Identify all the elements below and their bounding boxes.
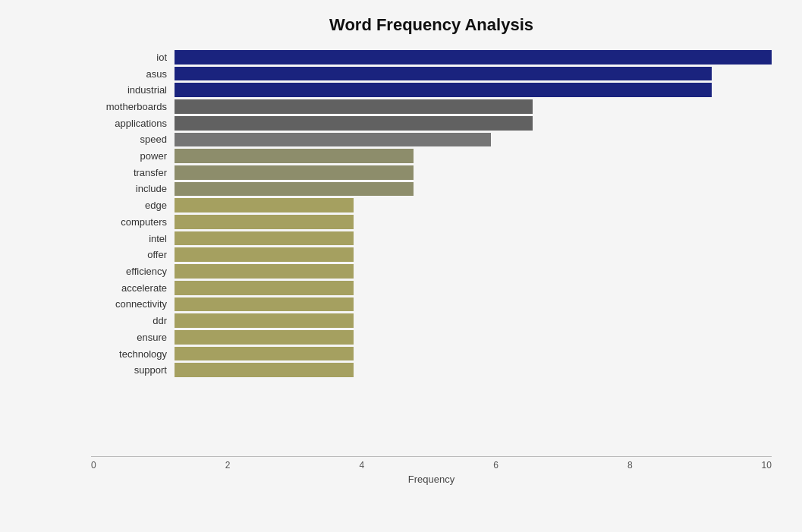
x-tick: 0	[91, 460, 96, 471]
bar-row: ddr	[91, 313, 772, 328]
bar-row: iot	[91, 50, 772, 65]
bar-row: ensure	[91, 330, 772, 345]
bar-track	[175, 231, 772, 246]
bar-row: technology	[91, 347, 772, 361]
bar-label: transfer	[91, 167, 175, 178]
chart-area: iotasusindustrialmotherboardsapplication…	[91, 50, 772, 377]
bar-label: asus	[91, 68, 175, 80]
bar-label: efficiency	[91, 266, 175, 277]
bar-label: industrial	[91, 84, 175, 96]
bar-row: asus	[91, 67, 772, 81]
x-axis-label: Frequency	[91, 474, 772, 485]
bar-track	[175, 247, 772, 262]
bar-label: computers	[91, 216, 175, 228]
bar-label: edge	[91, 200, 175, 211]
bar-track	[175, 281, 772, 295]
bar-label: offer	[91, 249, 175, 260]
bar-fill	[175, 363, 354, 377]
bar-track	[175, 67, 772, 81]
bar-track	[175, 198, 772, 212]
bar-track	[175, 116, 772, 131]
bar-track	[175, 149, 772, 163]
chart-container: Word Frequency Analysis iotasusindustria…	[0, 0, 802, 532]
bar-label: iot	[91, 52, 175, 63]
bar-fill	[175, 215, 354, 229]
bar-fill	[175, 264, 354, 279]
x-tick: 8	[627, 460, 633, 471]
bar-fill	[175, 198, 354, 212]
bar-row: accelerate	[91, 281, 772, 295]
bar-fill	[175, 165, 414, 180]
bar-fill	[175, 116, 533, 131]
bar-fill	[175, 182, 414, 197]
bar-track	[175, 99, 772, 114]
bar-fill	[175, 133, 491, 147]
bar-label: power	[91, 150, 175, 162]
bar-track	[175, 215, 772, 229]
bar-row: include	[91, 182, 772, 197]
bar-label: include	[91, 183, 175, 194]
bar-track	[175, 347, 772, 361]
bar-track	[175, 264, 772, 279]
bar-fill	[175, 50, 772, 65]
bar-row: applications	[91, 116, 772, 131]
x-tick: 10	[762, 460, 772, 471]
bar-row: transfer	[91, 165, 772, 180]
bar-track	[175, 182, 772, 197]
bar-fill	[175, 297, 354, 312]
bar-label: technology	[91, 348, 175, 360]
bar-row: support	[91, 363, 772, 377]
bar-track	[175, 165, 772, 180]
chart-title: Word Frequency Analysis	[91, 15, 772, 35]
bar-fill	[175, 67, 712, 81]
bar-fill	[175, 83, 712, 97]
bar-label: applications	[91, 118, 175, 129]
bar-label: intel	[91, 233, 175, 244]
bar-fill	[175, 313, 354, 328]
bar-fill	[175, 247, 354, 262]
bar-row: connectivity	[91, 297, 772, 312]
bar-row: efficiency	[91, 264, 772, 279]
bar-fill	[175, 99, 533, 114]
x-tick: 4	[359, 460, 364, 471]
x-tick: 2	[225, 460, 231, 471]
bar-track	[175, 313, 772, 328]
bar-fill	[175, 330, 354, 345]
bar-fill	[175, 231, 354, 246]
bar-track	[175, 330, 772, 345]
bar-label: speed	[91, 134, 175, 145]
bar-label: ddr	[91, 315, 175, 326]
bar-label: motherboards	[91, 101, 175, 112]
x-tick: 6	[493, 460, 498, 471]
bar-track	[175, 133, 772, 147]
bar-row: intel	[91, 231, 772, 246]
bar-fill	[175, 347, 354, 361]
bar-track	[175, 363, 772, 377]
bar-row: industrial	[91, 83, 772, 97]
bar-track	[175, 297, 772, 312]
bar-row: power	[91, 149, 772, 163]
bar-row: computers	[91, 215, 772, 229]
bar-row: offer	[91, 247, 772, 262]
bar-row: edge	[91, 198, 772, 212]
bar-label: ensure	[91, 332, 175, 343]
bar-label: accelerate	[91, 282, 175, 294]
bar-row: motherboards	[91, 99, 772, 114]
bar-label: connectivity	[91, 298, 175, 310]
bar-label: support	[91, 364, 175, 376]
bar-track	[175, 83, 772, 97]
bar-fill	[175, 281, 354, 295]
bar-fill	[175, 149, 414, 163]
bar-row: speed	[91, 133, 772, 147]
bar-track	[175, 50, 772, 65]
